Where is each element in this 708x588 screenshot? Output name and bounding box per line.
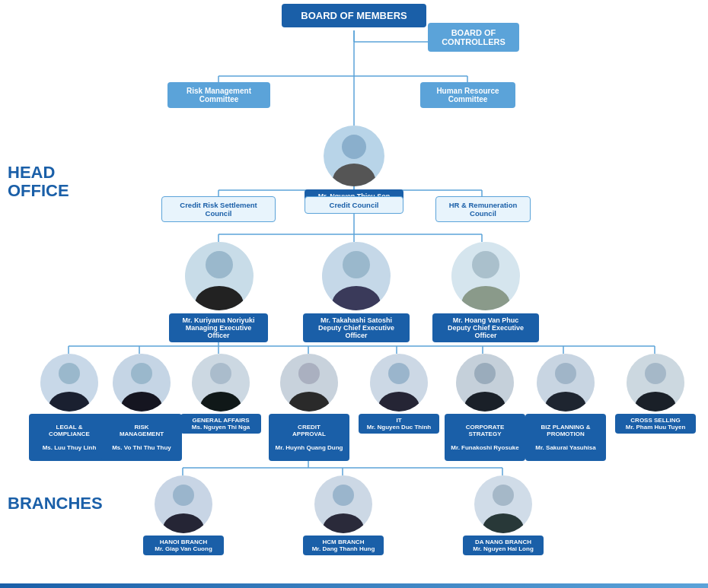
branch3-wrap: DA NANG BRANCH Mr. Nguyen Hai Long — [463, 475, 544, 555]
svg-point-57 — [173, 485, 194, 506]
human-resource-committee-label: Human Resource Committee — [420, 82, 515, 108]
dept6-label: CORPORATE STRATEGY Mr. Funakoshi Ryosuke — [445, 414, 525, 461]
dept7-wrap: BIZ PLANNING & PROMOTION Mr. Sakurai Yas… — [525, 354, 606, 461]
svg-point-41 — [59, 363, 80, 384]
branches-label: BRANCHES — [8, 494, 103, 513]
svg-point-47 — [298, 363, 320, 384]
svg-point-60 — [323, 513, 364, 533]
svg-point-62 — [483, 513, 524, 533]
svg-point-36 — [195, 286, 244, 310]
svg-point-54 — [545, 392, 586, 412]
svg-point-56 — [635, 392, 676, 412]
dept5-wrap: IT Mr. Nguyen Duc Thinh — [359, 354, 439, 434]
svg-point-44 — [121, 392, 162, 412]
branch3-label: DA NANG BRANCH Mr. Nguyen Hai Long — [463, 536, 544, 555]
dept5-label: IT Mr. Nguyen Duc Thinh — [359, 414, 439, 434]
svg-point-39 — [472, 251, 499, 278]
dept1-label: LEGAL & COMPLIANCE Ms. Luu Thuy Linh — [29, 414, 110, 461]
credit-council-node: Credit Council — [305, 196, 403, 214]
credit-risk-council-node: Credit Risk Settlement Council — [161, 196, 276, 222]
board-of-members-node: BOARD OF MEMBERS — [282, 4, 426, 27]
svg-point-33 — [342, 135, 366, 159]
svg-point-45 — [210, 363, 231, 384]
svg-point-46 — [200, 392, 241, 412]
svg-point-43 — [131, 363, 152, 384]
svg-point-55 — [645, 363, 666, 384]
dept8-wrap: CROSS SELLING Mr. Pham Huu Tuyen — [615, 354, 696, 434]
svg-point-61 — [493, 485, 514, 506]
branch1-wrap: HANOI BRANCH Mr. Giap Van Cuong — [143, 475, 224, 555]
meo-label: Mr. Kuriyama Noriyuki Managing Executive… — [169, 313, 268, 342]
risk-management-committee-label: Risk Management Committee — [167, 82, 270, 108]
svg-point-49 — [388, 363, 410, 384]
human-resource-committee-node: Human Resource Committee — [420, 82, 515, 108]
branch2-wrap: HCM BRANCH Mr. Dang Thanh Hung — [303, 475, 384, 555]
svg-point-59 — [333, 485, 354, 506]
branch1-label: HANOI BRANCH Mr. Giap Van Cuong — [143, 536, 224, 555]
svg-point-53 — [555, 363, 576, 384]
svg-point-34 — [333, 164, 375, 186]
board-of-members-label: BOARD OF MEMBERS — [282, 4, 426, 27]
dceo1-label: Mr. Takahashi Satoshi Deputy Chief Execu… — [303, 313, 410, 342]
dept4-label: CREDIT APPROVAL Mr. Huynh Quang Dung — [269, 414, 349, 461]
dept4-wrap: CREDIT APPROVAL Mr. Huynh Quang Dung — [269, 354, 349, 461]
board-of-controllers-label: BOARD OF CONTROLLERS — [428, 23, 519, 52]
credit-risk-council-label: Credit Risk Settlement Council — [161, 196, 276, 222]
svg-point-48 — [289, 392, 330, 412]
dept7-label: BIZ PLANNING & PROMOTION Mr. Sakurai Yas… — [525, 414, 606, 461]
branch2-label: HCM BRANCH Mr. Dang Thanh Hung — [303, 536, 384, 555]
svg-point-38 — [332, 286, 381, 310]
svg-point-40 — [461, 286, 510, 310]
head-office-label: HEAD OFFICE — [8, 164, 69, 200]
dept1-wrap: LEGAL & COMPLIANCE Ms. Luu Thuy Linh — [29, 354, 110, 461]
svg-point-51 — [474, 363, 496, 384]
hr-council-node: HR & Remuneration Council — [435, 196, 531, 222]
credit-council-label: Credit Council — [305, 196, 403, 214]
svg-point-52 — [464, 392, 505, 412]
dept3-wrap: GENERAL AFFAIRS Ms. Nguyen Thi Nga — [180, 354, 261, 434]
bottom-bar — [0, 583, 708, 588]
dept6-wrap: CORPORATE STRATEGY Mr. Funakoshi Ryosuke — [445, 354, 525, 461]
dept2-wrap: RISK MANAGEMENT Ms. Vo Thi Thu Thuy — [101, 354, 182, 461]
dept8-label: CROSS SELLING Mr. Pham Huu Tuyen — [615, 414, 696, 434]
dceo2-label: Mr. Hoang Van Phuc Deputy Chief Executiv… — [432, 313, 539, 342]
svg-point-37 — [343, 251, 370, 278]
svg-point-50 — [378, 392, 419, 412]
dept3-label: GENERAL AFFAIRS Ms. Nguyen Thi Nga — [180, 414, 261, 434]
board-of-controllers-node: BOARD OF CONTROLLERS — [428, 23, 519, 52]
svg-point-35 — [206, 251, 233, 278]
hr-council-label: HR & Remuneration Council — [435, 196, 531, 222]
meo-photo-wrap: Mr. Kuriyama Noriyuki Managing Executive… — [175, 242, 263, 342]
risk-management-committee-node: Risk Management Committee — [167, 82, 270, 108]
svg-point-42 — [49, 392, 90, 412]
dceo2-photo-wrap: Mr. Hoang Van Phuc Deputy Chief Executiv… — [442, 242, 529, 342]
dceo1-photo-wrap: Mr. Takahashi Satoshi Deputy Chief Execu… — [312, 242, 400, 342]
dept2-label: RISK MANAGEMENT Ms. Vo Thi Thu Thuy — [101, 414, 182, 461]
svg-point-58 — [163, 513, 204, 533]
